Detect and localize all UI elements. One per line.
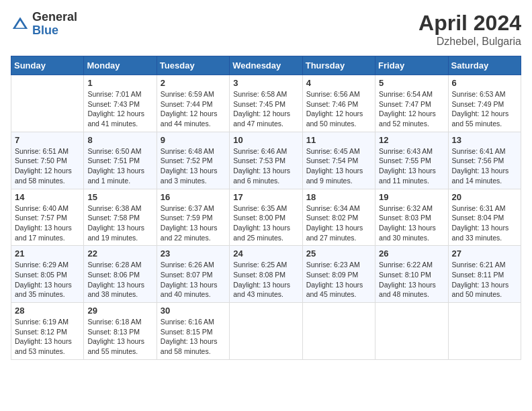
header-sunday: Sunday (11, 56, 84, 75)
table-row: 27Sunrise: 6:21 AM Sunset: 8:11 PM Dayli… (448, 246, 521, 303)
day-number: 20 (452, 192, 517, 202)
table-row: 18Sunrise: 6:34 AM Sunset: 8:02 PM Dayli… (302, 189, 375, 246)
cell-info: Sunrise: 6:32 AM Sunset: 8:03 PM Dayligh… (379, 203, 444, 243)
day-number: 8 (87, 135, 152, 145)
table-row: 4Sunrise: 6:56 AM Sunset: 7:46 PM Daylig… (302, 75, 375, 132)
logo-blue-text: Blue (32, 24, 77, 38)
cell-info: Sunrise: 6:46 AM Sunset: 7:53 PM Dayligh… (233, 146, 298, 186)
day-number: 6 (452, 78, 517, 88)
table-row: 1Sunrise: 7:01 AM Sunset: 7:43 PM Daylig… (84, 75, 157, 132)
table-row: 25Sunrise: 6:23 AM Sunset: 8:09 PM Dayli… (302, 246, 375, 303)
cell-info: Sunrise: 6:48 AM Sunset: 7:52 PM Dayligh… (161, 146, 226, 186)
day-number: 28 (15, 306, 80, 316)
day-number: 1 (87, 78, 152, 88)
table-row: 9Sunrise: 6:48 AM Sunset: 7:52 PM Daylig… (157, 132, 229, 189)
day-number: 25 (306, 248, 371, 259)
day-number: 2 (161, 78, 226, 88)
table-row: 2Sunrise: 6:59 AM Sunset: 7:44 PM Daylig… (157, 75, 229, 132)
day-number: 14 (15, 192, 80, 202)
header-saturday: Saturday (448, 56, 521, 75)
calendar-table: Sunday Monday Tuesday Wednesday Thursday… (11, 56, 521, 360)
cell-info: Sunrise: 6:38 AM Sunset: 7:58 PM Dayligh… (87, 203, 152, 243)
day-number: 21 (15, 248, 80, 259)
cell-info: Sunrise: 6:18 AM Sunset: 8:13 PM Dayligh… (87, 317, 152, 357)
title-area: April 2024 Dzhebel, Bulgaria (418, 11, 521, 48)
table-row: 26Sunrise: 6:22 AM Sunset: 8:10 PM Dayli… (375, 246, 448, 303)
calendar-week-row: 14Sunrise: 6:40 AM Sunset: 7:57 PM Dayli… (11, 189, 521, 246)
table-row: 23Sunrise: 6:26 AM Sunset: 8:07 PM Dayli… (157, 246, 229, 303)
cell-info: Sunrise: 6:37 AM Sunset: 7:59 PM Dayligh… (161, 203, 226, 243)
table-row: 21Sunrise: 6:29 AM Sunset: 8:05 PM Dayli… (11, 246, 84, 303)
table-row: 19Sunrise: 6:32 AM Sunset: 8:03 PM Dayli… (375, 189, 448, 246)
table-row: 12Sunrise: 6:43 AM Sunset: 7:55 PM Dayli… (375, 132, 448, 189)
table-row (302, 303, 375, 360)
table-row (230, 303, 302, 360)
day-number: 30 (161, 306, 226, 316)
table-row (11, 75, 84, 132)
cell-info: Sunrise: 6:54 AM Sunset: 7:47 PM Dayligh… (379, 89, 444, 129)
day-number: 7 (15, 135, 80, 145)
logo-icon (11, 15, 30, 34)
day-number: 29 (87, 306, 152, 316)
calendar-week-row: 7Sunrise: 6:51 AM Sunset: 7:50 PM Daylig… (11, 132, 521, 189)
cell-info: Sunrise: 6:40 AM Sunset: 7:57 PM Dayligh… (15, 203, 80, 243)
day-number: 23 (161, 248, 226, 259)
logo-general-text: General (32, 11, 77, 24)
table-row: 20Sunrise: 6:31 AM Sunset: 8:04 PM Dayli… (448, 189, 521, 246)
day-number: 24 (233, 248, 298, 259)
day-number: 3 (233, 78, 298, 88)
location-title: Dzhebel, Bulgaria (418, 36, 521, 48)
header-monday: Monday (84, 56, 157, 75)
cell-info: Sunrise: 6:43 AM Sunset: 7:55 PM Dayligh… (379, 146, 444, 186)
cell-info: Sunrise: 6:50 AM Sunset: 7:51 PM Dayligh… (87, 146, 152, 186)
cell-info: Sunrise: 6:34 AM Sunset: 8:02 PM Dayligh… (306, 203, 371, 243)
calendar-week-row: 1Sunrise: 7:01 AM Sunset: 7:43 PM Daylig… (11, 75, 521, 132)
table-row: 28Sunrise: 6:19 AM Sunset: 8:12 PM Dayli… (11, 303, 84, 360)
calendar-header-row: Sunday Monday Tuesday Wednesday Thursday… (11, 56, 521, 75)
cell-info: Sunrise: 6:22 AM Sunset: 8:10 PM Dayligh… (379, 260, 444, 300)
table-row: 11Sunrise: 6:45 AM Sunset: 7:54 PM Dayli… (302, 132, 375, 189)
page-header: General Blue April 2024 Dzhebel, Bulgari… (11, 11, 521, 48)
day-number: 5 (379, 78, 444, 88)
table-row: 8Sunrise: 6:50 AM Sunset: 7:51 PM Daylig… (84, 132, 157, 189)
header-tuesday: Tuesday (157, 56, 229, 75)
cell-info: Sunrise: 6:59 AM Sunset: 7:44 PM Dayligh… (161, 89, 226, 129)
table-row: 7Sunrise: 6:51 AM Sunset: 7:50 PM Daylig… (11, 132, 84, 189)
cell-info: Sunrise: 6:45 AM Sunset: 7:54 PM Dayligh… (306, 146, 371, 186)
table-row: 29Sunrise: 6:18 AM Sunset: 8:13 PM Dayli… (84, 303, 157, 360)
cell-info: Sunrise: 6:53 AM Sunset: 7:49 PM Dayligh… (452, 89, 517, 129)
day-number: 10 (233, 135, 298, 145)
cell-info: Sunrise: 6:25 AM Sunset: 8:08 PM Dayligh… (233, 260, 298, 300)
cell-info: Sunrise: 6:21 AM Sunset: 8:11 PM Dayligh… (452, 260, 517, 300)
header-wednesday: Wednesday (230, 56, 302, 75)
table-row: 30Sunrise: 6:16 AM Sunset: 8:15 PM Dayli… (157, 303, 229, 360)
logo-text: General Blue (32, 11, 77, 38)
day-number: 16 (161, 192, 226, 202)
calendar-week-row: 28Sunrise: 6:19 AM Sunset: 8:12 PM Dayli… (11, 303, 521, 360)
cell-info: Sunrise: 6:51 AM Sunset: 7:50 PM Dayligh… (15, 146, 80, 186)
table-row: 13Sunrise: 6:41 AM Sunset: 7:56 PM Dayli… (448, 132, 521, 189)
table-row: 22Sunrise: 6:28 AM Sunset: 8:06 PM Dayli… (84, 246, 157, 303)
cell-info: Sunrise: 6:41 AM Sunset: 7:56 PM Dayligh… (452, 146, 517, 186)
cell-info: Sunrise: 6:19 AM Sunset: 8:12 PM Dayligh… (15, 317, 80, 357)
cell-info: Sunrise: 6:16 AM Sunset: 8:15 PM Dayligh… (161, 317, 226, 357)
cell-info: Sunrise: 6:35 AM Sunset: 8:00 PM Dayligh… (233, 203, 298, 243)
day-number: 4 (306, 78, 371, 88)
table-row: 6Sunrise: 6:53 AM Sunset: 7:49 PM Daylig… (448, 75, 521, 132)
day-number: 27 (452, 248, 517, 259)
table-row: 24Sunrise: 6:25 AM Sunset: 8:08 PM Dayli… (230, 246, 302, 303)
logo: General Blue (11, 11, 77, 38)
cell-info: Sunrise: 6:58 AM Sunset: 7:45 PM Dayligh… (233, 89, 298, 129)
day-number: 26 (379, 248, 444, 259)
table-row: 14Sunrise: 6:40 AM Sunset: 7:57 PM Dayli… (11, 189, 84, 246)
calendar-week-row: 21Sunrise: 6:29 AM Sunset: 8:05 PM Dayli… (11, 246, 521, 303)
day-number: 11 (306, 135, 371, 145)
table-row: 10Sunrise: 6:46 AM Sunset: 7:53 PM Dayli… (230, 132, 302, 189)
day-number: 18 (306, 192, 371, 202)
table-row: 5Sunrise: 6:54 AM Sunset: 7:47 PM Daylig… (375, 75, 448, 132)
day-number: 9 (161, 135, 226, 145)
cell-info: Sunrise: 7:01 AM Sunset: 7:43 PM Dayligh… (87, 89, 152, 129)
table-row (375, 303, 448, 360)
day-number: 15 (87, 192, 152, 202)
cell-info: Sunrise: 6:23 AM Sunset: 8:09 PM Dayligh… (306, 260, 371, 300)
